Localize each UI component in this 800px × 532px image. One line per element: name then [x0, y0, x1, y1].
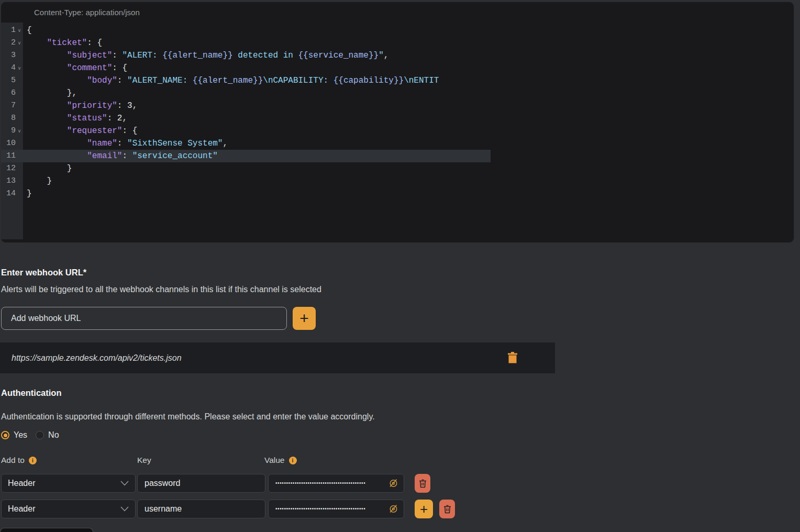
- value-label-text: Value: [264, 456, 285, 465]
- key-column-label: Key: [137, 456, 151, 465]
- key-input[interactable]: [137, 474, 265, 493]
- code-line[interactable]: 10 "name": "SixthSense System",: [1, 137, 491, 150]
- key-label-text: Key: [137, 456, 151, 465]
- auth-toggle-group: Yes No: [1, 430, 59, 440]
- auth-no-option[interactable]: No: [36, 430, 59, 440]
- fold-chevron-icon[interactable]: ∨: [16, 125, 23, 137]
- fold-chevron-icon[interactable]: ∨: [16, 62, 23, 74]
- code-text: },: [23, 87, 491, 99]
- code-line[interactable]: 7 "priority": 3,: [1, 99, 491, 112]
- info-icon[interactable]: i: [289, 457, 297, 464]
- auth-yes-option[interactable]: Yes: [1, 430, 27, 440]
- code-line[interactable]: 6 },: [1, 87, 491, 99]
- chevron-down-icon: [120, 506, 129, 512]
- value-field[interactable]: ••••••••••••••••••••••••••••••••••••••••…: [268, 474, 404, 493]
- code-text: "email": "service_account": [23, 150, 491, 162]
- fold-chevron-icon[interactable]: ∨: [16, 37, 23, 49]
- code-line[interactable]: 5 "body": "ALERT_NAME: {{alert_name}}\nC…: [1, 74, 491, 87]
- auth-no-label: No: [48, 430, 59, 440]
- line-number: 2∨: [1, 37, 23, 49]
- payload-editor-panel: Content-Type: application/json 1∨{2∨ "ti…: [1, 2, 794, 243]
- line-number: 12: [1, 162, 23, 175]
- eye-off-icon: [388, 478, 399, 489]
- code-line[interactable]: 9∨ "requester": {: [1, 125, 491, 137]
- delete-url-button[interactable]: [506, 351, 519, 365]
- code-text: {: [23, 24, 491, 37]
- webhook-url-input[interactable]: [1, 307, 287, 330]
- line-number: 6: [1, 87, 23, 99]
- line-number: 1∨: [1, 24, 23, 37]
- masked-value: ••••••••••••••••••••••••••••••••••••••••…: [275, 474, 387, 493]
- line-number: 11: [1, 150, 23, 162]
- auth-description: Authentication is supported through diff…: [1, 412, 375, 422]
- auth-yes-label: Yes: [14, 430, 27, 440]
- webhook-url-list-item: https://sample.zendesk.com/apiv2/tickets…: [0, 342, 555, 373]
- code-line[interactable]: 8 "status": 2,: [1, 112, 491, 125]
- key-input[interactable]: [137, 500, 265, 518]
- toggle-visibility-button[interactable]: [387, 503, 399, 515]
- code-editor[interactable]: 1∨{2∨ "ticket": {3 "subject": "ALERT: {{…: [1, 24, 491, 241]
- code-text: "priority": 3,: [23, 99, 491, 112]
- delete-row-button[interactable]: [415, 474, 430, 493]
- add-to-select[interactable]: Header: [1, 474, 136, 493]
- toggle-visibility-button[interactable]: [387, 478, 399, 489]
- code-line[interactable]: 12 }: [1, 162, 491, 175]
- code-text: "name": "SixthSense System",: [23, 137, 491, 150]
- line-number: 14: [1, 187, 23, 200]
- value-column-label: Value i: [264, 456, 297, 465]
- add-to-select-value: Header: [8, 479, 120, 488]
- code-text: }: [23, 187, 491, 200]
- code-line[interactable]: 3 "subject": "ALERT: {{alert_name}} dete…: [1, 49, 491, 62]
- line-number: 3: [1, 49, 23, 62]
- webhook-url-text: https://sample.zendesk.com/apiv2/tickets…: [12, 342, 182, 373]
- auth-row-password: Header •••••••••••••••••••••••••••••••••…: [1, 474, 430, 493]
- add-row-button[interactable]: +: [415, 500, 433, 518]
- line-number: 8: [1, 112, 23, 125]
- add-to-select[interactable]: Header: [1, 500, 136, 518]
- line-number: 5: [1, 74, 23, 87]
- line-number: 9∨: [1, 125, 23, 137]
- add-to-column-label: Add to i: [1, 456, 37, 465]
- code-line[interactable]: 4∨ "comment": {: [1, 62, 491, 74]
- code-text: "status": 2,: [23, 112, 491, 125]
- trash-icon: [419, 479, 427, 488]
- webhook-url-heading: Enter webhook URL*: [1, 268, 86, 278]
- code-text: "requester": {: [23, 125, 491, 137]
- value-field[interactable]: ••••••••••••••••••••••••••••••••••••••••…: [268, 500, 404, 518]
- code-text: "comment": {: [23, 62, 491, 74]
- masked-value: ••••••••••••••••••••••••••••••••••••••••…: [275, 500, 387, 518]
- code-line[interactable]: 2∨ "ticket": {: [1, 37, 491, 49]
- trash-icon: [443, 505, 451, 514]
- code-text: }: [23, 175, 491, 187]
- code-line[interactable]: 11 "email": "service_account": [1, 150, 491, 162]
- radio-unselected-icon[interactable]: [36, 431, 44, 439]
- add-webhook-url-button[interactable]: +: [293, 307, 316, 330]
- webhook-config-page: Content-Type: application/json 1∨{2∨ "ti…: [0, 0, 800, 532]
- fold-chevron-icon[interactable]: ∨: [16, 24, 23, 37]
- code-line[interactable]: 13 }: [1, 175, 491, 187]
- delete-row-button[interactable]: [439, 500, 455, 518]
- code-line[interactable]: 14}: [1, 187, 491, 200]
- code-text: "ticket": {: [23, 37, 491, 49]
- radio-selected-icon[interactable]: [1, 431, 9, 439]
- auth-heading: Authentication: [1, 388, 62, 398]
- add-to-select-value: Header: [8, 504, 120, 514]
- code-line[interactable]: 1∨{: [1, 24, 491, 37]
- trash-icon: [507, 351, 518, 364]
- line-number: 4∨: [1, 62, 23, 74]
- line-number: 7: [1, 99, 23, 112]
- code-text: "body": "ALERT_NAME: {{alert_name}}\nCAP…: [23, 74, 491, 87]
- code-text: }: [23, 162, 491, 175]
- next-row-partial[interactable]: [0, 528, 93, 532]
- eye-off-icon: [388, 503, 399, 514]
- chevron-down-icon: [120, 481, 129, 486]
- webhook-url-description: Alerts will be triggered to all the webh…: [1, 285, 321, 294]
- line-number: 10: [1, 137, 23, 150]
- info-icon[interactable]: i: [29, 457, 37, 464]
- auth-row-username: Header •••••••••••••••••••••••••••••••••…: [1, 500, 455, 518]
- content-type-label: Content-Type: application/json: [34, 8, 140, 17]
- add-to-label-text: Add to: [1, 456, 25, 465]
- line-number: 13: [1, 175, 23, 187]
- code-text: "subject": "ALERT: {{alert_name}} detect…: [23, 49, 491, 62]
